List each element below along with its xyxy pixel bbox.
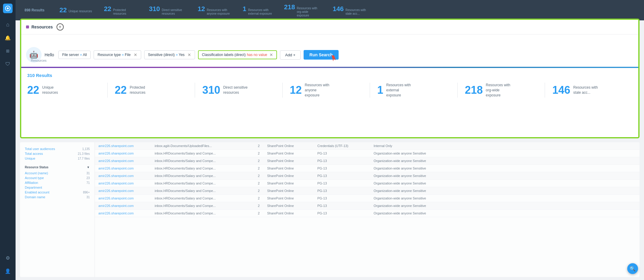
top-stat-stale: 146 Resources with stale acc... — [333, 5, 369, 16]
filter-chip-fileserver[interactable]: File server = All — [58, 51, 91, 59]
table-cell-platform: SharePoint Online — [267, 189, 315, 193]
add-filter-button[interactable]: Add + — [280, 50, 300, 60]
table-row[interactable]: amir226.sharepoint.com inbox.HRDocuments… — [95, 180, 640, 187]
account-type-label: Account type — [25, 176, 44, 180]
resource-status-account-type[interactable]: Account type 23 — [25, 175, 90, 180]
search-float-button[interactable]: 🔍 — [627, 263, 638, 274]
filter-chip-sensitive[interactable]: Sensitive (direct) = Yes ✕ — [144, 50, 195, 59]
table-cell-count: 2 — [253, 159, 265, 163]
filter-chip-sensitive-remove[interactable]: ✕ — [188, 52, 191, 57]
table-cell-server: amir226.sharepoint.com — [98, 159, 152, 163]
table-cell-server: amir226.sharepoint.com — [98, 189, 152, 193]
resource-status-department[interactable]: Department — [25, 185, 90, 190]
table-row[interactable]: amir226.sharepoint.com inbox.HRDocuments… — [95, 187, 640, 195]
table-cell-server: amir226.sharepoint.com — [98, 174, 152, 178]
table-cell-credentials: PG-13 — [317, 211, 371, 215]
table-cell-server: amir226.sharepoint.com — [98, 211, 152, 215]
stat-item-orgwide: 218 Resources withorg-wide exposure — [458, 83, 545, 98]
table-row[interactable]: amir226.sharepoint.com inbox.HRDocuments… — [95, 210, 640, 217]
filter-chip-classification[interactable]: Classification labels (direct) has no va… — [198, 50, 277, 59]
stat-external-label: Resources with external exposure — [248, 8, 272, 16]
sidebar-logo — [3, 4, 13, 13]
table-cell-exposure: Organization-wide anyone Sensitive — [374, 211, 636, 215]
table-cell-platform: SharePoint Online — [267, 152, 315, 155]
filter-chip-classification-prefix: Classification labels (direct) — [202, 53, 246, 57]
stat-stale-label: Resources with stale acc... — [345, 8, 369, 16]
account-name-count: 31 — [86, 172, 90, 175]
table-cell-exposure: Organization-wide anyone Sensitive — [374, 152, 636, 155]
table-cell-server: amir226.sharepoint.com — [98, 152, 152, 155]
table-cell-exposure: Organization-wide anyone Sensitive — [374, 181, 636, 185]
table-cell-platform: SharePoint Online — [267, 196, 315, 200]
widget-add-button[interactable]: + — [57, 23, 64, 31]
sidebar-item-user[interactable]: 👤 — [2, 266, 13, 276]
table-cell-credentials: Credentials (UTF-13) — [317, 144, 371, 148]
resource-status-enabled[interactable]: Enabled account 896+ — [25, 190, 90, 195]
table-cell-count: 2 — [253, 189, 265, 193]
stat-direct-label: Direct sensitive resources — [162, 8, 186, 16]
table-cell-path: inbox.HRDocuments/Salary and Compe... — [155, 181, 250, 185]
stat-unique-num: 22 — [60, 6, 67, 14]
results-number: 310 — [27, 73, 35, 78]
filter-chip-resourcetype-remove[interactable]: ✕ — [134, 52, 137, 57]
table-row[interactable]: amir226.sharepoint.com inbox.HRDocuments… — [95, 165, 640, 172]
sidebar-item-settings[interactable]: ⚙ — [2, 252, 13, 263]
filter-chip-classification-remove[interactable]: ✕ — [270, 52, 273, 57]
table-row[interactable]: amir226.sharepoint.com inbox.HRDocuments… — [95, 195, 640, 202]
affiliation-count: 71 — [86, 181, 90, 184]
table-row[interactable]: amir226.sharepoint.com inbox.HRDocuments… — [95, 172, 640, 180]
sidebar-item-grid[interactable]: ⊞ — [2, 46, 13, 56]
stat-protected-label: Protected resources — [113, 8, 137, 16]
stat-item-unique-num: 22 — [27, 85, 39, 96]
left-panel-unique[interactable]: Unique 17.7 files — [25, 156, 90, 161]
left-panel-total-user-count: 1,135 — [82, 147, 90, 151]
resource-status-domain[interactable]: Domain name 31 — [25, 195, 90, 199]
left-panel-total-access[interactable]: Total access 21.3 files — [25, 151, 90, 156]
stat-item-protected-num: 22 — [115, 85, 127, 96]
table-cell-credentials: PG-13 — [317, 152, 371, 155]
sidebar-item-home[interactable]: ⌂ — [2, 19, 13, 30]
results-count: 310 Results — [27, 73, 632, 78]
table-row[interactable]: amir226.sharepoint.com inbox.HRDocuments… — [95, 202, 640, 210]
resource-status-affiliation[interactable]: Affiliation 71 — [25, 180, 90, 185]
top-stat-orgwide: 218 Resources with org-wide exposure — [284, 3, 321, 17]
sidebar-item-shield[interactable]: 🛡 — [2, 59, 13, 69]
stat-item-direct: 310 Direct sensitiveresources — [195, 83, 283, 98]
widget-header: Resources + — [21, 20, 638, 34]
sidebar-item-alert[interactable]: 🔔 — [2, 32, 13, 43]
left-panel-total-user[interactable]: Total user audiences 1,135 — [25, 146, 90, 151]
table-row[interactable]: amir226.sharepoint.com inbox.HRDocuments… — [95, 157, 640, 165]
resource-status-account-name[interactable]: Account (name) 31 — [25, 171, 90, 175]
stat-anyone-num: 12 — [198, 5, 205, 13]
account-type-count: 23 — [86, 176, 90, 180]
table-cell-path: inbox.HRDocuments/Salary and Compe... — [155, 167, 250, 170]
table-cell-count: 2 — [253, 196, 265, 200]
table-row[interactable]: amir226.sharepoint.com inbox.agiit-Docum… — [95, 142, 640, 150]
table-cell-credentials: PG-13 — [317, 189, 371, 193]
table-cell-server: amir226.sharepoint.com — [98, 196, 152, 200]
table-cell-count: 2 — [253, 174, 265, 178]
table-row[interactable]: amir226.sharepoint.com inbox.HRDocuments… — [95, 150, 640, 157]
resource-status-title: Resource Status — [25, 166, 48, 169]
table-cell-platform: SharePoint Online — [267, 174, 315, 178]
table-cell-exposure: Organization-wide anyone Sensitive — [374, 174, 636, 178]
stat-orgwide-label: Resources with org-wide exposure — [297, 7, 321, 17]
account-name-label: Account (name) — [25, 171, 48, 175]
filter-chip-resourcetype[interactable]: Resource type = File ✕ — [94, 50, 141, 59]
table-cell-count: 2 — [253, 144, 265, 148]
results-section: 310 Results 22 Uniqueresources 22 Protec… — [21, 68, 638, 102]
table-cell-credentials: PG-13 — [317, 204, 371, 208]
resource-status-expand-icon[interactable]: ▼ — [87, 166, 90, 169]
table-cell-exposure: Organization-wide anyone Sensitive — [374, 159, 636, 163]
table-cell-count: 2 — [253, 181, 265, 185]
table-cell-exposure: Organization-wide anyone Sensitive — [374, 196, 636, 200]
stat-item-protected: 22 Protectedresources — [108, 83, 195, 98]
top-stat-unique: 22 Unique resources — [60, 6, 92, 14]
stat-item-anyone: 12 Resources withanyone exposure — [283, 83, 370, 98]
filter-chip-classification-value: has no value — [247, 53, 267, 57]
table-cell-credentials: PG-13 — [317, 174, 371, 178]
stat-item-unique-label: Uniqueresources — [42, 85, 58, 95]
run-search-button[interactable]: Run Search — [304, 50, 339, 60]
left-panel-total-access-label: Total access — [25, 152, 43, 155]
table-cell-credentials: PG-13 — [317, 196, 371, 200]
